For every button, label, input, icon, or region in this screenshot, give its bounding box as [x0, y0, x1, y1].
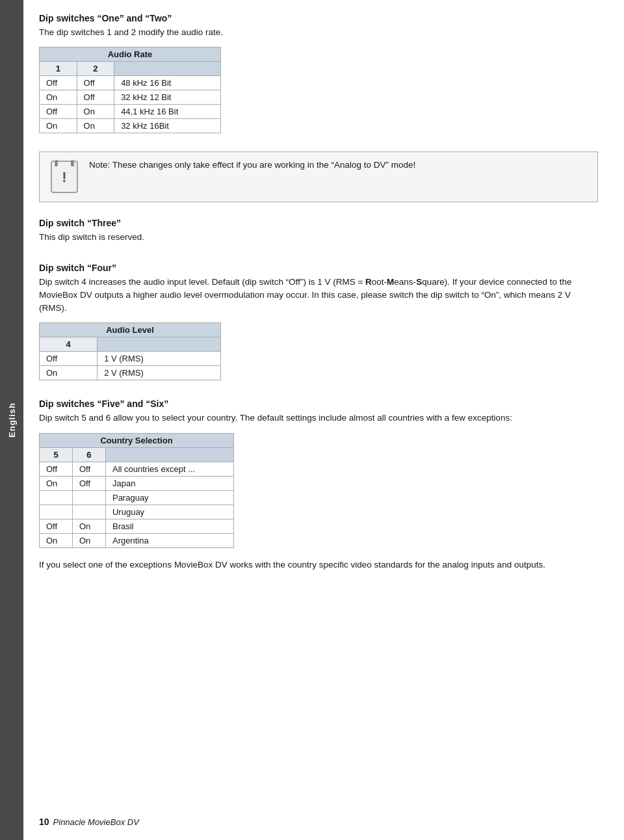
section-dip-five-six: Dip switches “Five” and “Six” Dip switch…	[39, 399, 598, 571]
dip-five-six-body: Dip switch 5 and 6 allow you to select y…	[39, 412, 598, 425]
audio-level-col1: 4	[40, 337, 98, 352]
dip-three-body: This dip switch is reserved.	[39, 231, 598, 244]
note-box: ! Note: These changes only take effect i…	[39, 151, 598, 202]
dip-three-title: Dip switch “Three”	[39, 218, 598, 228]
table-row: OffOff48 kHz 16 Bit	[40, 76, 221, 90]
table-row: Off1 V (RMS)	[40, 352, 221, 366]
audio-rate-header: Audio Rate	[40, 47, 221, 62]
audio-level-table: Audio Level 4 Off1 V (RMS)On2 V (RMS)	[39, 322, 221, 380]
audio-rate-col1: 1	[40, 62, 77, 76]
main-content: Dip switches “One” and “Two” The dip swi…	[39, 0, 598, 629]
svg-text:!: !	[62, 169, 66, 185]
country-selection-header: Country Selection	[40, 433, 234, 447]
audio-rate-table: Audio Rate 1 2 OffOff48 kHz 16 BitOnOff3…	[39, 47, 221, 133]
sidebar: English	[0, 0, 23, 840]
dip-five-six-title: Dip switches “Five” and “Six”	[39, 399, 598, 409]
table-row: OnOff32 kHz 12 Bit	[40, 90, 221, 105]
footer-brand: Pinnacle MovieBox DV	[53, 817, 139, 827]
table-row: OnOn32 kHz 16Bit	[40, 119, 221, 133]
svg-rect-4	[71, 160, 73, 166]
dip-four-body: Dip switch 4 increases the audio input l…	[39, 276, 598, 315]
audio-level-header: Audio Level	[40, 323, 221, 337]
section-dip-one-two: Dip switches “One” and “Two” The dip swi…	[39, 13, 598, 133]
section-dip-four: Dip switch “Four” Dip switch 4 increases…	[39, 263, 598, 381]
dip-one-two-body: The dip switches 1 and 2 modify the audi…	[39, 26, 598, 39]
table-row: Uruguay	[40, 505, 234, 519]
table-row: OffOnBrasil	[40, 519, 234, 533]
country-col2: 6	[72, 447, 105, 462]
table-row: OffOffAll countries except ...	[40, 462, 234, 476]
country-selection-table: Country Selection 5 6 OffOffAll countrie…	[39, 433, 234, 548]
page-footer: 10 Pinnacle MovieBox DV	[39, 817, 598, 827]
dip-five-six-body2: If you select one of the exceptions Movi…	[39, 558, 598, 571]
note-icon: !	[49, 159, 80, 195]
table-row: OnOffJapan	[40, 476, 234, 490]
table-row: Paraguay	[40, 490, 234, 505]
table-row: OffOn44,1 kHz 16 Bit	[40, 105, 221, 119]
dip-one-two-title: Dip switches “One” and “Two”	[39, 13, 598, 23]
page-number: 10	[39, 817, 49, 827]
note-text: Note: These changes only take effect if …	[89, 159, 588, 172]
svg-rect-3	[55, 160, 58, 166]
table-row: OnOnArgentina	[40, 533, 234, 547]
dip-four-title: Dip switch “Four”	[39, 263, 598, 273]
table-row: On2 V (RMS)	[40, 366, 221, 380]
sidebar-language-label: English	[7, 402, 17, 438]
country-col1: 5	[40, 447, 73, 462]
section-dip-three: Dip switch “Three” This dip switch is re…	[39, 218, 598, 244]
audio-rate-col2: 2	[77, 62, 114, 76]
